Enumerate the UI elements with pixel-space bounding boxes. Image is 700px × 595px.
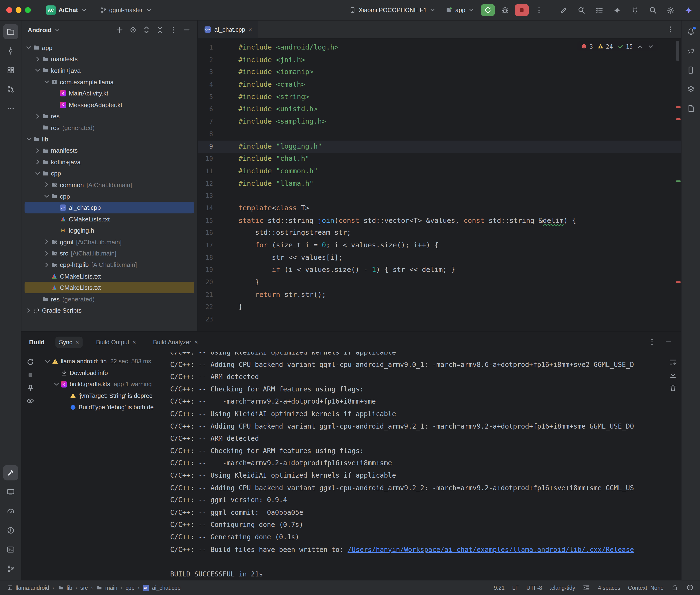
error-stripe-mark[interactable]	[676, 281, 681, 283]
build-options-kebab-icon[interactable]	[644, 335, 659, 348]
build-tree-item-download-info[interactable]: Download info	[39, 367, 165, 378]
tree-item-cpp[interactable]: cpp	[25, 168, 194, 179]
tab-sync[interactable]: Sync×	[56, 336, 83, 348]
editor-options-kebab-icon[interactable]	[663, 23, 678, 36]
plugins-icon[interactable]	[627, 3, 642, 17]
console-file-link[interactable]: /Users/hanyin/Workspace/ai-chat/examples…	[347, 545, 634, 553]
tree-item-lib[interactable]: lib	[25, 133, 194, 145]
chevron-down-icon[interactable]	[44, 358, 52, 365]
profiler-icon[interactable]	[3, 504, 18, 519]
tab-ai_chat.cpp[interactable]: C++ ai_chat.cpp ×	[198, 21, 258, 38]
zoom-button[interactable]	[25, 7, 31, 13]
tree-item-common[interactable]: common[AiChat.lib.main]	[25, 179, 194, 191]
tree-item-cmakelists.txt[interactable]: CMakeLists.txt	[25, 271, 194, 282]
rerun-build-icon[interactable]	[24, 358, 37, 367]
next-issue-icon[interactable]	[648, 43, 654, 50]
debug-button[interactable]	[498, 3, 512, 17]
code-style-icon[interactable]	[583, 584, 590, 592]
build-tree-item-build.gradle.kts[interactable]: Kbuild.gradle.ktsapp 1 warning	[39, 378, 165, 390]
error-stripe-mark[interactable]	[676, 180, 681, 182]
scroll-to-end-icon[interactable]	[667, 370, 679, 379]
soft-wrap-icon[interactable]	[667, 358, 679, 367]
breadcrumb-item-llama.android[interactable]: llama.android	[6, 584, 49, 591]
ai-assistant-icon[interactable]	[610, 3, 624, 17]
tree-item-com.example.llama[interactable]: com.example.llama	[25, 76, 194, 88]
project-tool-icon[interactable]	[3, 24, 18, 39]
chevron-right-icon[interactable]	[25, 307, 33, 314]
add-icon[interactable]	[113, 24, 126, 36]
close-tab-icon[interactable]: ×	[133, 339, 136, 345]
tree-item-manifests[interactable]: manifests	[25, 53, 194, 65]
tree-item-manifests[interactable]: manifests	[25, 145, 194, 156]
tree-item-res[interactable]: res	[25, 111, 194, 122]
tab-build-analyzer[interactable]: Build Analyzer×	[149, 336, 202, 348]
tree-item-kotlin+java[interactable]: kotlin+java	[25, 65, 194, 76]
chevron-down-icon[interactable]	[25, 136, 33, 143]
errors-badge[interactable]: 3	[581, 43, 593, 50]
tree-item-cmakelists.txt[interactable]: CMakeLists.txt	[25, 213, 194, 225]
clear-console-icon[interactable]	[667, 384, 679, 393]
breadcrumb-item-lib[interactable]: lib	[57, 584, 72, 591]
cursor-position[interactable]: 9:21	[494, 585, 505, 591]
hide-build-panel-icon[interactable]	[661, 335, 676, 348]
project-view-selector[interactable]: Android	[28, 26, 52, 34]
tree-item-logging.h[interactable]: Hlogging.h	[25, 225, 194, 236]
editor-scrollbar[interactable]	[676, 41, 679, 61]
code-editor[interactable]: 1#include <android/log.h>2#include <jni.…	[198, 39, 681, 331]
chevron-down-icon[interactable]	[54, 27, 60, 33]
device-selector[interactable]: Xiaomi POCOPHONE F1	[346, 5, 440, 15]
warnings-badge[interactable]: 24	[597, 43, 613, 50]
locate-file-icon[interactable]	[127, 24, 140, 36]
chevron-down-icon[interactable]	[34, 170, 42, 177]
minimize-button[interactable]	[16, 7, 22, 13]
tree-item-res[interactable]: res(generated)	[25, 122, 194, 133]
commit-tool-icon[interactable]	[3, 43, 18, 59]
chevron-down-icon[interactable]	[34, 67, 42, 74]
file-encoding[interactable]: UTF-8	[526, 585, 542, 591]
build-tree-item-llama.android-fin[interactable]: llama.android: fin22 sec, 583 ms	[39, 356, 165, 367]
tree-item-cmakelists.txt[interactable]: CMakeLists.txt	[25, 282, 194, 293]
run-configuration-selector[interactable]: app	[442, 5, 478, 15]
chevron-right-icon[interactable]	[34, 147, 42, 154]
chevron-right-icon[interactable]	[34, 55, 42, 63]
lock-icon[interactable]	[671, 584, 679, 592]
tree-item-ai_chat.cpp[interactable]: C++ai_chat.cpp	[25, 202, 194, 213]
build-tree-item--jvmtarget-string-is-deprec[interactable]: 'jvmTarget: String' is deprec	[39, 390, 165, 401]
close-tab-icon[interactable]: ×	[76, 339, 79, 345]
previous-issue-icon[interactable]	[637, 43, 644, 50]
passed-badge[interactable]: 15	[617, 43, 633, 50]
chevron-down-icon[interactable]	[43, 193, 51, 200]
pin-icon[interactable]	[24, 384, 37, 393]
chevron-right-icon[interactable]	[43, 261, 51, 268]
device-manager-icon[interactable]	[683, 63, 699, 78]
pull-requests-icon[interactable]	[3, 82, 18, 97]
problems-icon[interactable]	[3, 523, 18, 538]
hide-panel-icon[interactable]	[180, 24, 193, 36]
stop-button[interactable]	[515, 4, 529, 16]
settings-icon[interactable]	[663, 3, 678, 17]
project-selector[interactable]: AC AiChat	[43, 3, 91, 17]
chevron-right-icon[interactable]	[43, 250, 51, 257]
build-console-area[interactable]: C/C++: -- Using KleidiAI optimized kerne…	[165, 352, 665, 580]
tree-item-cpp-httplib[interactable]: cpp-httplib[AiChat.lib.main]	[25, 259, 194, 271]
stop-build-icon[interactable]	[24, 370, 37, 379]
ai-edit-icon[interactable]	[556, 3, 571, 17]
more-tool-windows-icon[interactable]	[3, 101, 18, 116]
app-quality-insights-icon[interactable]	[683, 101, 699, 116]
close-tab-icon[interactable]: ×	[248, 26, 252, 33]
notifications-icon[interactable]	[683, 24, 699, 39]
tab-build-output[interactable]: Build Output×	[93, 336, 140, 348]
line-separator[interactable]: LF	[512, 585, 519, 591]
gemini-icon[interactable]	[681, 3, 696, 17]
chevron-right-icon[interactable]	[34, 158, 42, 166]
ai-search-icon[interactable]	[574, 3, 589, 17]
search-everywhere-icon[interactable]	[645, 3, 660, 17]
close-button[interactable]	[6, 7, 12, 13]
checklist-icon[interactable]	[592, 3, 607, 17]
tree-item-kotlin+java[interactable]: kotlin+java	[25, 156, 194, 168]
chevron-down-icon[interactable]	[43, 78, 51, 85]
tree-item-ggml[interactable]: ggml[AiChat.lib.main]	[25, 236, 194, 248]
tree-item-src[interactable]: src[AiChat.lib.main]	[25, 248, 194, 259]
breadcrumb-item-main[interactable]: main	[96, 584, 117, 591]
resource-manager-icon[interactable]	[3, 63, 18, 78]
